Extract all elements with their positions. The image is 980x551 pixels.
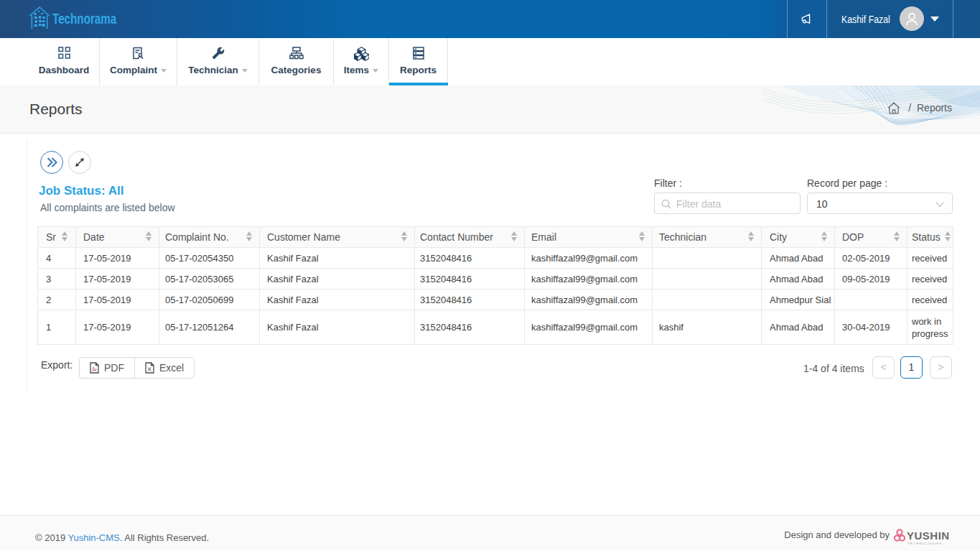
svg-text:YUSHIN: YUSHIN bbox=[907, 529, 950, 542]
svg-text:TECHNOLOGIES: TECHNOLOGIES bbox=[907, 542, 943, 545]
